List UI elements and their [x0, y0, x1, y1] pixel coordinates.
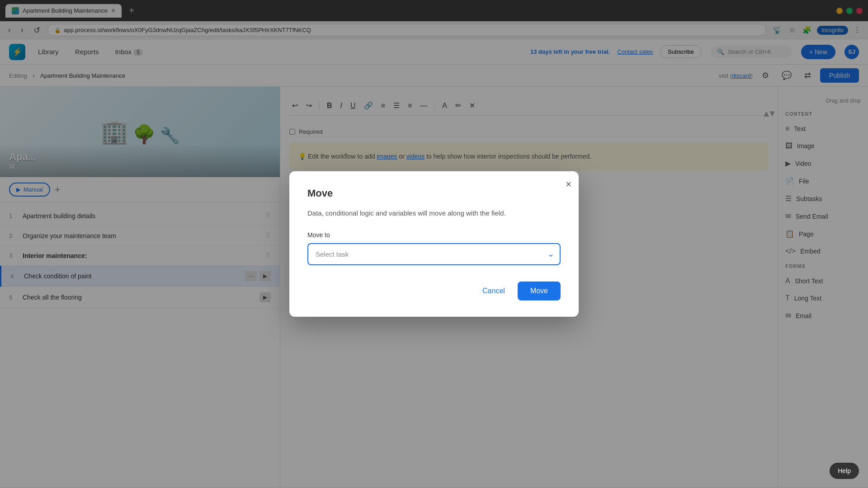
help-button[interactable]: Help — [830, 463, 859, 479]
move-button[interactable]: Move — [518, 282, 561, 300]
task-select-wrapper: Select task ⌄ — [307, 243, 561, 265]
task-select[interactable]: Select task — [307, 243, 561, 265]
modal-overlay[interactable]: × Move Data, conditional logic and varia… — [0, 0, 868, 488]
modal-actions: Cancel Move — [307, 282, 561, 300]
move-modal: × Move Data, conditional logic and varia… — [289, 171, 579, 317]
cancel-button[interactable]: Cancel — [475, 282, 512, 300]
modal-title: Move — [307, 188, 561, 199]
move-to-label: Move to — [307, 231, 561, 239]
modal-description: Data, conditional logic and variables wi… — [307, 208, 561, 219]
modal-close-button[interactable]: × — [566, 178, 571, 190]
